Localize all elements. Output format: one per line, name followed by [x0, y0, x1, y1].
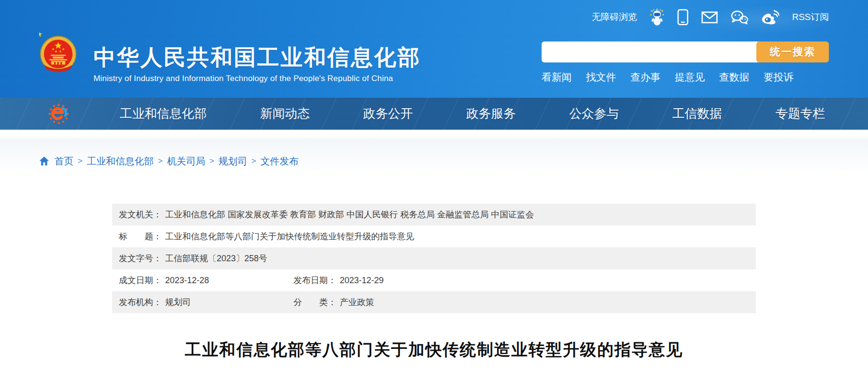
- doc-meta-table: 发文机关：工业和信息化部 国家发展改革委 教育部 财政部 中国人民银行 税务总局…: [112, 204, 756, 313]
- breadcrumb-doc-release[interactable]: 文件发布: [261, 155, 299, 168]
- accessibility-link[interactable]: 无障碍浏览: [592, 11, 637, 23]
- breadcrumb-ministry[interactable]: 工业和信息化部: [87, 155, 154, 168]
- meta-value: 工业和信息化部等八部门关于加快传统制造业转型升级的指导意见: [165, 232, 414, 241]
- home-icon[interactable]: [39, 156, 49, 166]
- search-area: 统一搜索 看新闻 找文件 查办事 提意见 查数据 要投诉: [542, 41, 829, 98]
- breadcrumb-separator: >: [78, 156, 83, 166]
- meta-row-title: 标 题：工业和信息化部等八部门关于加快传统制造业转型升级的指导意见: [112, 226, 756, 247]
- page-content: 首页 > 工业和信息化部 > 机关司局 > 规划司 > 文件发布 发文机关：工业…: [0, 130, 868, 361]
- breadcrumb-planning-dept[interactable]: 规划司: [219, 155, 247, 168]
- breadcrumb-separator: >: [209, 156, 214, 166]
- quick-link-services[interactable]: 查办事: [630, 71, 660, 84]
- national-emblem-icon: [39, 32, 77, 78]
- weibo-icon[interactable]: [761, 10, 779, 24]
- meta-row-dates: 成文日期：2023-12-28 发布日期：2023-12-29: [112, 269, 756, 291]
- header-top: 无障碍浏览: [0, 0, 868, 98]
- breadcrumb-separator: >: [158, 156, 163, 166]
- mobile-icon[interactable]: [677, 9, 689, 25]
- meta-row-publisher-category: 发布机构：规划司 分 类：产业政策: [112, 291, 756, 313]
- header-main: 中华人民共和国工业和信息化部 Ministry of Industry and …: [39, 27, 829, 98]
- site-title: 中华人民共和国工业和信息化部: [94, 46, 421, 69]
- meta-value: 规划司: [165, 297, 191, 307]
- meta-row-issuing-agency: 发文机关：工业和信息化部 国家发展改革委 教育部 财政部 中国人民银行 税务总局…: [112, 204, 756, 226]
- nav-item-miit-data[interactable]: 工信数据: [672, 105, 722, 122]
- site-brand: 中华人民共和国工业和信息化部 Ministry of Industry and …: [39, 27, 421, 98]
- quick-link-news[interactable]: 看新闻: [542, 71, 572, 84]
- nav-item-gov-services[interactable]: 政务服务: [466, 105, 516, 122]
- breadcrumb-separator: >: [251, 156, 256, 166]
- breadcrumb: 首页 > 工业和信息化部 > 机关司局 > 规划司 > 文件发布: [39, 130, 829, 167]
- meta-label: 发布日期：: [293, 276, 336, 285]
- meta-value: 产业政策: [340, 297, 374, 307]
- quick-link-complaints[interactable]: 要投诉: [763, 71, 794, 84]
- nav-item-special-topics[interactable]: 专题专栏: [775, 105, 825, 122]
- meta-label: 标 题：: [119, 232, 162, 241]
- quick-link-data[interactable]: 查数据: [719, 71, 749, 84]
- meta-value: 工信部联规〔2023〕258号: [165, 254, 267, 263]
- quick-link-documents[interactable]: 找文件: [586, 71, 616, 84]
- site-header: 无障碍浏览: [0, 0, 868, 130]
- meta-label: 发布机构：: [119, 297, 162, 307]
- nav-item-news[interactable]: 新闻动态: [260, 105, 310, 122]
- meta-value: 2023-12-28: [165, 276, 209, 285]
- miit-e-logo-icon: [47, 102, 71, 126]
- site-subtitle: Ministry of Industry and Information Tec…: [94, 74, 421, 83]
- breadcrumb-home[interactable]: 首页: [54, 155, 73, 168]
- topbar: 无障碍浏览: [39, 0, 829, 27]
- search-input[interactable]: [542, 41, 759, 62]
- meta-row-doc-number: 发文字号：工信部联规〔2023〕258号: [112, 247, 756, 269]
- article-title: 工业和信息化部等八部门关于加快传统制造业转型升级的指导意见: [0, 339, 868, 361]
- rss-link[interactable]: RSS订阅: [792, 11, 829, 23]
- search-bar: 统一搜索: [542, 41, 829, 62]
- mascot-icon[interactable]: [650, 9, 664, 26]
- main-nav: 工业和信息化部 新闻动态 政务公开 政务服务 公众参与 工信数据 专题专栏: [0, 98, 868, 130]
- meta-label: 发文字号：: [119, 254, 162, 263]
- nav-items: 工业和信息化部 新闻动态 政务公开 政务服务 公众参与 工信数据 专题专栏: [120, 105, 825, 122]
- unified-search-button[interactable]: 统一搜索: [756, 41, 829, 62]
- nav-item-gov-affairs[interactable]: 政务公开: [363, 105, 413, 122]
- meta-label: 成文日期：: [119, 276, 162, 285]
- wechat-icon[interactable]: [731, 10, 748, 24]
- nav-item-participation[interactable]: 公众参与: [569, 105, 619, 122]
- meta-label: 发文机关：: [119, 210, 162, 219]
- meta-label: 分 类：: [293, 297, 336, 307]
- quick-links: 看新闻 找文件 查办事 提意见 查数据 要投诉: [542, 71, 829, 84]
- brand-text: 中华人民共和国工业和信息化部 Ministry of Industry and …: [94, 27, 421, 98]
- quick-link-feedback[interactable]: 提意见: [675, 71, 705, 84]
- nav-item-ministry[interactable]: 工业和信息化部: [120, 105, 207, 122]
- mail-icon[interactable]: [701, 11, 718, 23]
- meta-value: 工业和信息化部 国家发展改革委 教育部 财政部 中国人民银行 税务总局 金融监管…: [165, 210, 534, 219]
- breadcrumb-departments[interactable]: 机关司局: [167, 155, 205, 168]
- meta-value: 2023-12-29: [340, 276, 384, 285]
